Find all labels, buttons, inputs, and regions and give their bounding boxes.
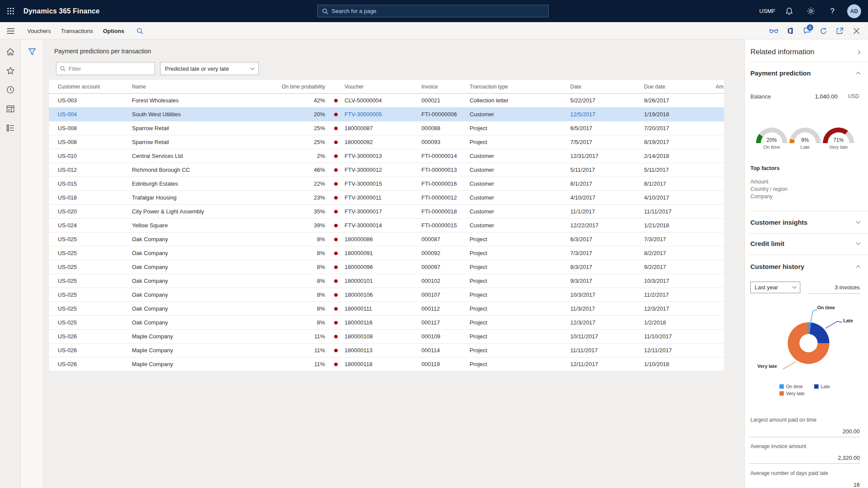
table-row[interactable]: US-025 Oak Company 8% 180000086 000087 P… bbox=[49, 233, 724, 246]
cell-voucher[interactable]: 180000092 bbox=[345, 139, 421, 145]
cell-voucher[interactable]: 180000111 bbox=[345, 305, 421, 312]
star-icon[interactable] bbox=[0, 61, 21, 80]
home-icon[interactable] bbox=[0, 42, 21, 61]
col-name[interactable]: Name bbox=[132, 84, 278, 90]
table-row[interactable]: US-025 Oak Company 8% 180000111 000112 P… bbox=[49, 302, 724, 316]
office-icon[interactable] bbox=[782, 22, 799, 39]
cell-voucher[interactable]: 180000108 bbox=[345, 333, 421, 340]
col-invoice[interactable]: Invoice bbox=[421, 84, 470, 90]
payment-prediction-header[interactable]: Payment prediction bbox=[750, 66, 860, 80]
cell-voucher[interactable]: FTV-30000005 bbox=[345, 111, 421, 118]
message-icon[interactable]: 0 bbox=[799, 22, 815, 39]
cell-voucher[interactable]: 180000087 bbox=[345, 125, 421, 131]
help-icon[interactable]: ? bbox=[822, 0, 843, 22]
table-row[interactable]: US-010 Central Services Ltd 2% FTV-30000… bbox=[49, 149, 724, 163]
bell-icon[interactable] bbox=[778, 0, 800, 22]
cell-voucher[interactable]: FTV-30000013 bbox=[345, 153, 421, 159]
prediction-view-dropdown[interactable]: Predicted late or very late bbox=[160, 62, 259, 75]
table-row[interactable]: US-025 Oak Company 8% 180000106 000107 P… bbox=[49, 288, 724, 302]
cell-customer-account[interactable]: US-025 bbox=[58, 250, 132, 256]
table-row[interactable]: US-025 Oak Company 8% 180000116 000117 P… bbox=[49, 316, 724, 330]
related-information-header[interactable]: Related information bbox=[750, 45, 860, 59]
table-filter-input[interactable] bbox=[69, 66, 151, 72]
credit-limit-header[interactable]: Credit limit bbox=[750, 236, 860, 251]
tab-options[interactable]: Options bbox=[102, 28, 125, 34]
tab-vouchers[interactable]: Vouchers bbox=[26, 28, 52, 34]
cell-voucher[interactable]: 180000101 bbox=[345, 278, 421, 284]
cell-customer-account[interactable]: US-004 bbox=[58, 111, 132, 118]
tab-transactions[interactable]: Transactions bbox=[60, 28, 94, 34]
command-search-icon[interactable] bbox=[133, 22, 146, 39]
table-row[interactable]: US-015 Edinburgh Estates 22% FTV-3000001… bbox=[49, 177, 724, 191]
cell-voucher[interactable]: FTV-30000014 bbox=[345, 222, 421, 229]
table-row[interactable]: US-004 South West Utilities 20% FTV-3000… bbox=[49, 108, 724, 121]
waffle-icon[interactable] bbox=[3, 0, 18, 22]
list-icon[interactable] bbox=[0, 118, 21, 138]
col-on-time-probability[interactable]: On time probability bbox=[278, 84, 327, 90]
popout-icon[interactable] bbox=[832, 22, 848, 39]
cell-customer-account[interactable]: US-025 bbox=[58, 305, 132, 312]
table-row[interactable]: US-026 Maple Company 11% 180000113 00011… bbox=[49, 344, 724, 357]
refresh-icon[interactable] bbox=[815, 22, 832, 39]
cell-voucher[interactable]: FTV-30000017 bbox=[345, 208, 421, 215]
close-icon[interactable] bbox=[848, 22, 865, 39]
cell-customer-account[interactable]: US-025 bbox=[58, 278, 132, 284]
cell-customer-account[interactable]: US-018 bbox=[58, 194, 132, 201]
table-row[interactable]: US-026 Maple Company 11% 180000118 00011… bbox=[49, 357, 724, 371]
clock-icon[interactable] bbox=[0, 80, 21, 99]
table-row[interactable]: US-024 Yellow Square 39% FTV-30000014 FT… bbox=[49, 219, 724, 233]
col-due-date[interactable]: Due date bbox=[644, 84, 716, 90]
filter-funnel-icon[interactable] bbox=[21, 43, 43, 60]
cell-voucher[interactable]: 180000118 bbox=[345, 361, 421, 367]
page-search-input[interactable] bbox=[332, 8, 544, 14]
cell-customer-account[interactable]: US-008 bbox=[58, 125, 132, 131]
table-row[interactable]: US-008 Sparrow Retail 25% 180000092 0000… bbox=[49, 135, 724, 149]
table-row[interactable]: US-026 Maple Company 11% 180000108 00010… bbox=[49, 330, 724, 344]
cell-voucher[interactable]: FTV-30000011 bbox=[345, 194, 421, 201]
cell-customer-account[interactable]: US-026 bbox=[58, 347, 132, 354]
cell-customer-account[interactable]: US-015 bbox=[58, 180, 132, 187]
cell-customer-account[interactable]: US-012 bbox=[58, 167, 132, 173]
cell-customer-account[interactable]: US-025 bbox=[58, 291, 132, 298]
gear-icon[interactable] bbox=[800, 0, 822, 22]
history-period-dropdown[interactable]: Last year bbox=[750, 282, 800, 293]
table-row[interactable]: US-025 Oak Company 8% 180000096 000097 P… bbox=[49, 260, 724, 274]
cell-voucher[interactable]: 180000086 bbox=[345, 236, 421, 242]
col-transaction-type[interactable]: Transaction type bbox=[470, 84, 570, 90]
col-amount-clipped[interactable]: Am bbox=[716, 84, 724, 90]
company-selector[interactable]: USMF bbox=[756, 0, 778, 22]
page-search-box[interactable] bbox=[317, 5, 549, 17]
cell-voucher[interactable]: 180000116 bbox=[345, 319, 421, 326]
cell-customer-account[interactable]: US-025 bbox=[58, 264, 132, 270]
cell-voucher[interactable]: 180000096 bbox=[345, 264, 421, 270]
cell-customer-account[interactable]: US-010 bbox=[58, 153, 132, 159]
cell-voucher[interactable]: 180000113 bbox=[345, 347, 421, 354]
app-title[interactable]: Dynamics 365 Finance bbox=[23, 7, 100, 15]
cell-customer-account[interactable]: US-025 bbox=[58, 319, 132, 326]
col-customer-account[interactable]: Customer account bbox=[58, 84, 132, 90]
workspace-icon[interactable] bbox=[0, 99, 21, 118]
cell-customer-account[interactable]: US-020 bbox=[58, 208, 132, 215]
cell-voucher[interactable]: CLV-50000004 bbox=[345, 97, 421, 104]
cell-customer-account[interactable]: US-025 bbox=[58, 236, 132, 242]
col-date[interactable]: Date bbox=[570, 84, 644, 90]
table-row[interactable]: US-003 Forest Wholesales 42% CLV-5000000… bbox=[49, 94, 724, 108]
cell-voucher[interactable]: FTV-30000015 bbox=[345, 180, 421, 187]
glasses-icon[interactable] bbox=[766, 22, 782, 39]
col-voucher[interactable]: Voucher bbox=[345, 84, 421, 90]
table-row[interactable]: US-020 City Power & Light Assembly 35% F… bbox=[49, 205, 724, 219]
customer-insights-header[interactable]: Customer insights bbox=[750, 215, 860, 229]
cell-voucher[interactable]: 180000091 bbox=[345, 250, 421, 256]
cell-voucher[interactable]: FTV-30000012 bbox=[345, 167, 421, 173]
cell-voucher[interactable]: 180000106 bbox=[345, 291, 421, 298]
cell-customer-account[interactable]: US-003 bbox=[58, 97, 132, 104]
table-row[interactable]: US-008 Sparrow Retail 25% 180000087 0000… bbox=[49, 121, 724, 135]
hamburger-icon[interactable] bbox=[5, 26, 16, 36]
cell-customer-account[interactable]: US-008 bbox=[58, 139, 132, 145]
avatar[interactable]: AD bbox=[847, 4, 861, 18]
table-row[interactable]: US-012 Richmond Borough CC 46% FTV-30000… bbox=[49, 163, 724, 177]
table-row[interactable]: US-025 Oak Company 8% 180000101 000102 P… bbox=[49, 274, 724, 288]
cell-customer-account[interactable]: US-026 bbox=[58, 333, 132, 340]
cell-customer-account[interactable]: US-024 bbox=[58, 222, 132, 229]
customer-history-header[interactable]: Customer history bbox=[750, 259, 860, 274]
